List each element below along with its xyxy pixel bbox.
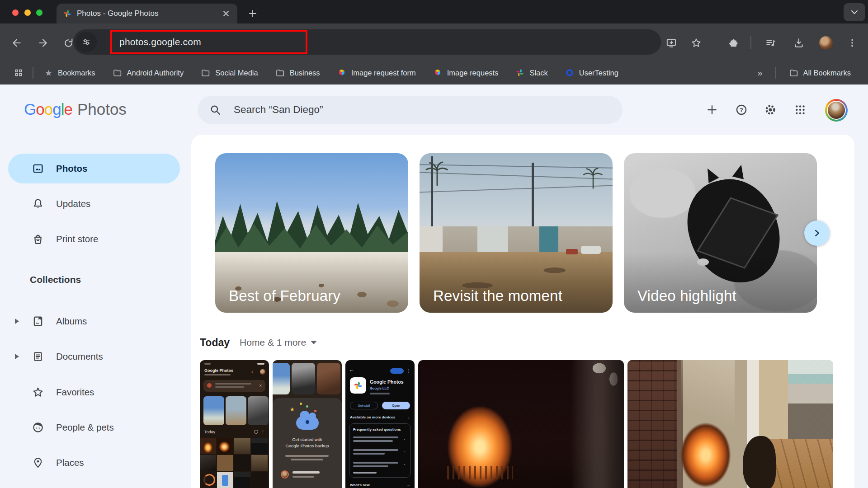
- bookmark-item-slack[interactable]: Slack: [510, 66, 553, 80]
- date-label: Today: [200, 337, 230, 349]
- mock-whats-new-label: What's new: [350, 483, 370, 487]
- window-zoom-button[interactable]: [36, 9, 42, 16]
- photo-thumbnail-backup-screenshot[interactable]: ★ Get started with Google Photos backup: [273, 360, 342, 488]
- search-input[interactable]: Search “San Diego”: [198, 96, 623, 124]
- new-tab-button[interactable]: [245, 6, 260, 21]
- search-placeholder: Search “San Diego”: [234, 104, 323, 116]
- mock-devices-label: Available on more devices: [350, 415, 395, 419]
- browser-toolbar: photos.google.com: [0, 23, 868, 61]
- browser-profile-avatar[interactable]: [817, 34, 835, 52]
- create-plus-button[interactable]: [701, 99, 723, 121]
- memories-carousel: Best of February Revisit the: [215, 153, 817, 313]
- decor: [226, 396, 246, 425]
- mock-app-icon: [350, 377, 366, 394]
- sidebar-item-updates[interactable]: Updates: [0, 189, 191, 219]
- memory-card-title: Best of February: [229, 287, 340, 305]
- install-app-button[interactable]: [663, 34, 680, 52]
- decor: [627, 360, 677, 488]
- google-photos-logo[interactable]: Google Photos: [24, 95, 127, 124]
- site-settings-icon[interactable]: [76, 32, 97, 52]
- mock-faq-heading: Frequently asked questions: [353, 427, 401, 432]
- decor: [234, 472, 250, 488]
- sidebar-item-photos[interactable]: Photos: [8, 154, 180, 183]
- bookmark-item-image-request-form[interactable]: Image request form: [332, 66, 421, 80]
- window-close-button[interactable]: [12, 9, 19, 16]
- settings-gear-icon[interactable]: [760, 99, 781, 121]
- back-button[interactable]: [9, 35, 24, 51]
- mock-developer: Google LLC: [370, 386, 389, 390]
- cube-icon: [433, 68, 442, 77]
- expand-arrow-icon[interactable]: [15, 319, 19, 324]
- tab-search-chevron-button[interactable]: [844, 3, 865, 21]
- account-avatar[interactable]: [825, 99, 848, 122]
- forward-button[interactable]: [35, 35, 51, 51]
- photo-thumbnail-fireplace-room[interactable]: [627, 360, 833, 488]
- bookmark-item-image-requests[interactable]: Image requests: [428, 66, 504, 80]
- sidebar-item-documents[interactable]: Documents: [0, 342, 191, 371]
- apps-grid-icon[interactable]: [10, 65, 27, 80]
- help-button[interactable]: ?: [731, 99, 752, 121]
- decor: [317, 363, 340, 394]
- sidebar-item-favorites[interactable]: Favorites: [0, 377, 191, 407]
- address-bar[interactable]: photos.google.com: [73, 29, 661, 55]
- bookmark-folder-social-media[interactable]: Social Media: [195, 66, 263, 80]
- expand-arrow-icon[interactable]: [15, 354, 19, 359]
- memory-card-revisit-the-moment[interactable]: Revisit the moment: [420, 153, 613, 313]
- bookmarks-separator: [775, 67, 776, 79]
- extensions-puzzle-icon[interactable]: [724, 34, 741, 52]
- carousel-next-button[interactable]: [804, 221, 830, 246]
- bookmarks-separator: [33, 67, 33, 79]
- photo-thumbnail-app-home-screenshot[interactable]: Google Photos + × Today ⋮: [200, 360, 269, 488]
- media-controls-button[interactable]: [762, 34, 779, 52]
- tab-close-icon[interactable]: [221, 9, 231, 19]
- memory-card-video-highlight[interactable]: Video highlight: [624, 153, 817, 313]
- mock-app-title: Google Photos: [204, 368, 233, 373]
- shopping-bag-icon: [32, 233, 44, 245]
- backup-progress-ring: [203, 474, 215, 486]
- all-bookmarks-button[interactable]: All Bookmarks: [783, 66, 856, 80]
- bookmarks-overflow-chevron[interactable]: »: [752, 65, 768, 81]
- photo-thumbnail-play-store-screenshot[interactable]: ← ⋮ Google Photos Google LLC Uninstall O…: [345, 360, 415, 488]
- mock-faq-box: Frequently asked questions ⌄ ⌄ ⌄: [349, 423, 411, 478]
- location-chip[interactable]: Home & 1 more: [240, 337, 317, 348]
- decor: [234, 438, 250, 454]
- decor: [743, 436, 776, 488]
- sidebar-item-print-store[interactable]: Print store: [0, 224, 191, 254]
- decor: [254, 430, 258, 434]
- decor: [248, 396, 269, 425]
- sidebar-item-places[interactable]: Places: [0, 448, 191, 478]
- decor: [306, 405, 308, 408]
- photos-icon: [32, 162, 44, 175]
- google-photos-page: Google Photos Search “San Diego” ? Photo…: [0, 84, 868, 488]
- downloads-button[interactable]: [790, 34, 807, 52]
- decor: [217, 472, 233, 488]
- decor: [251, 455, 268, 471]
- star-decor: ★: [290, 406, 295, 413]
- browser-menu-kebab-icon[interactable]: [844, 34, 861, 52]
- decor: [788, 360, 833, 439]
- mock-section-label: Today: [204, 430, 215, 434]
- memory-card-best-of-february[interactable]: Best of February: [215, 153, 408, 313]
- mock-open-button: Open: [382, 402, 410, 409]
- back-arrow-decor: ←: [349, 366, 354, 373]
- folder-icon: [789, 68, 798, 78]
- bookmark-folder-business[interactable]: Business: [270, 66, 326, 80]
- logo-product-word: Photos: [77, 100, 127, 118]
- sidebar-item-albums[interactable]: Albums: [0, 306, 191, 336]
- window-minimize-button[interactable]: [24, 9, 31, 16]
- decor: [217, 455, 233, 471]
- bookmark-item-usertesting[interactable]: UserTesting: [560, 66, 624, 80]
- sidebar-item-people-pets[interactable]: People & pets: [0, 413, 191, 442]
- star-icon: [44, 69, 53, 77]
- bookmark-folder-android-authority[interactable]: Android Authority: [107, 66, 189, 80]
- decor: [204, 363, 211, 365]
- browser-tab[interactable]: Photos - Google Photos: [57, 4, 237, 23]
- google-apps-grid-icon[interactable]: [789, 99, 811, 121]
- toolbar-separator: [750, 36, 751, 49]
- decor: [203, 396, 224, 425]
- bookmark-star-button[interactable]: [688, 34, 705, 52]
- folder-icon: [201, 68, 210, 78]
- photo-thumbnail-fireplace-dark[interactable]: [418, 360, 624, 488]
- bookmark-item-bookmarks[interactable]: Bookmarks: [39, 66, 101, 80]
- decor: [370, 393, 390, 394]
